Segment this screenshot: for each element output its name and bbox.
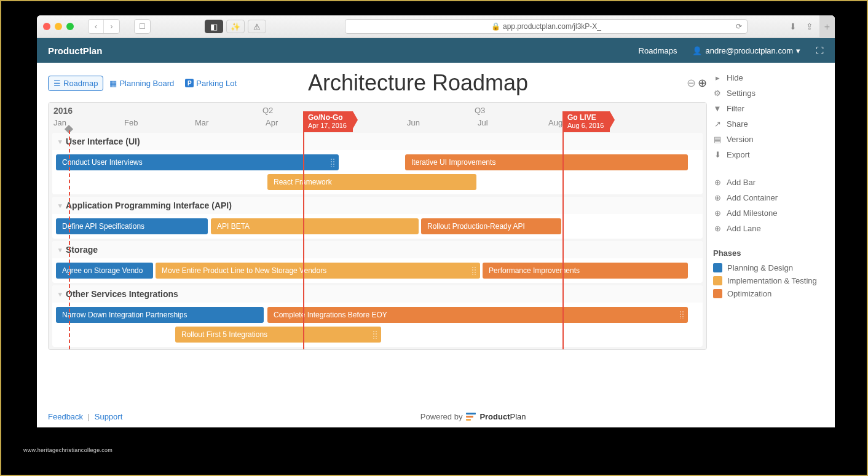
sidebar-toggle-button[interactable]: ☐ [135, 20, 150, 33]
zoom-in-button[interactable]: ⊕ [698, 76, 707, 90]
roadmap-bar[interactable]: Define API Specifications [56, 218, 208, 234]
filter-link[interactable]: ▼Filter [713, 101, 824, 116]
content-area: ☰ Roadmap ▦ Planning Board P Parking Lot… [37, 63, 835, 357]
month-label: Jan [53, 118, 66, 127]
filter-icon: ▼ [713, 104, 722, 113]
export-label: Export [727, 150, 750, 159]
refresh-icon[interactable]: ⟳ [736, 22, 742, 31]
support-link[interactable]: Support [95, 412, 123, 421]
share-link[interactable]: ↗Share [713, 116, 824, 132]
phase-swatch [713, 276, 722, 285]
lane-header[interactable]: ▾Application Programming Interface (API) [52, 197, 703, 214]
phase-label: Implementation & Testing [727, 276, 817, 285]
chevron-down-icon: ▾ [58, 202, 62, 210]
bar-label: Rollout First 5 Integrations [181, 330, 267, 339]
add-lane-button[interactable]: ⊕Add Lane [713, 221, 824, 236]
download-icon[interactable]: ⬇ [789, 22, 797, 32]
chevron-down-icon: ▾ [58, 290, 62, 298]
extension-button-wand[interactable]: ✨ [226, 20, 245, 33]
lane-title: Application Programming Interface (API) [66, 200, 232, 210]
lane: ▾StorageAgree on Storage VendoMove Entir… [52, 241, 703, 283]
window-close-button[interactable] [43, 23, 50, 30]
lane-header[interactable]: ▾Other Services Integrations [52, 285, 703, 303]
roadmap-bar[interactable]: Iterative UI Improvements [405, 154, 688, 170]
add-bar-button[interactable]: ⊕Add Bar [713, 175, 824, 190]
user-menu[interactable]: 👤 andre@productplan.com ▾ [692, 46, 800, 55]
roadmap-bar[interactable]: Narrow Down Integration Partnerships [56, 307, 264, 323]
address-bar[interactable]: 🔒 app.productplan.com/jl3kP-X_ ⟳ [345, 19, 748, 34]
add-bar-label: Add Bar [727, 178, 756, 187]
drag-handle-icon[interactable] [471, 266, 476, 275]
bar-label: Iterative UI Improvements [411, 158, 495, 167]
today-line [69, 130, 70, 349]
lane-row: Rollout First 5 Integrations [52, 325, 703, 344]
hide-toggle[interactable]: ▸ Hide [713, 70, 824, 85]
month-label: Mar [195, 118, 208, 127]
app-logo[interactable]: ProductPlan [48, 46, 102, 56]
plus-icon: ⊕ [713, 224, 722, 233]
milestone-line [303, 129, 304, 349]
roadmap-bar[interactable]: React Framework [267, 174, 476, 190]
chevron-down-icon: ▾ [58, 138, 62, 146]
share-label: Share [727, 119, 748, 129]
extension-button-1[interactable]: ◧ [205, 20, 223, 33]
phase-label: Optimization [727, 289, 771, 298]
phase-item[interactable]: Implementation & Testing [713, 274, 824, 287]
milestone[interactable]: Go/No-GoApr 17, 2016 [303, 111, 353, 132]
lane-header[interactable]: ▾Storage [52, 241, 703, 258]
chevron-down-icon: ▾ [58, 246, 62, 254]
zoom-out-button[interactable]: ⊖ [687, 76, 696, 90]
lane-header[interactable]: ▾User Interface (UI) [52, 133, 703, 150]
share-icon[interactable]: ⇪ [806, 22, 813, 32]
lane-body: Conduct User InterviewsIterative UI Impr… [52, 150, 703, 194]
window-maximize-button[interactable] [66, 23, 74, 30]
roadmaps-link[interactable]: Roadmaps [639, 46, 677, 55]
settings-label: Settings [727, 89, 756, 98]
roadmap-bar[interactable]: Conduct User Interviews [56, 154, 339, 170]
roadmap-bar[interactable]: Rollout Production-Ready API [421, 218, 561, 234]
milestone-date: Aug 6, 2016 [567, 122, 604, 130]
lane: ▾Application Programming Interface (API)… [52, 197, 703, 239]
settings-link[interactable]: ⚙Settings [713, 85, 824, 101]
phase-label: Planning & Design [727, 263, 793, 272]
browser-toolbar: ‹ › ☐ ◧ ✨ ⚠ 🔒 app.productplan.com/jl3kP-… [37, 15, 835, 38]
back-button[interactable]: ‹ [89, 20, 104, 33]
export-link[interactable]: ⬇Export [713, 147, 824, 162]
extension-button-warning[interactable]: ⚠ [248, 20, 266, 33]
add-container-button[interactable]: ⊕Add Container [713, 190, 824, 205]
roadmap-bar[interactable]: API BETA [211, 218, 419, 234]
drag-handle-icon[interactable] [373, 330, 377, 339]
roadmap-bar[interactable]: Complete Integrations Before EOY [267, 307, 688, 323]
lane-body: Agree on Storage VendoMove Entire Produc… [52, 258, 703, 283]
drag-handle-icon[interactable] [679, 311, 684, 319]
lane-body: Define API SpecificationsAPI BETARollout… [52, 214, 703, 239]
milestone-line [562, 129, 564, 349]
window-minimize-button[interactable] [55, 23, 62, 30]
productplan-logo-text: ProductPlan [479, 412, 526, 421]
phase-item[interactable]: Optimization [713, 287, 824, 300]
phases-legend: Phases Planning & DesignImplementation &… [713, 248, 824, 300]
forward-button[interactable]: › [104, 20, 119, 33]
milestone[interactable]: Go LIVEAug 6, 2016 [562, 111, 610, 132]
lane-row: React Framework [52, 172, 703, 192]
roadmap-icon: ☰ [53, 79, 61, 88]
lane-row: Conduct User InterviewsIterative UI Impr… [52, 153, 703, 172]
powered-by: Powered by ProductPlan [122, 412, 824, 421]
roadmap-bar[interactable]: Performance Improvements [483, 263, 688, 279]
roadmap-bar[interactable]: Move Entire Product Line to New Storage … [156, 263, 480, 279]
phase-item[interactable]: Planning & Design [713, 261, 824, 274]
new-tab-button[interactable]: + [819, 15, 835, 38]
drag-handle-icon[interactable] [330, 158, 335, 167]
url-text: app.productplan.com/jl3kP-X_ [503, 22, 601, 31]
roadmap-bar[interactable]: Rollout First 5 Integrations [175, 327, 381, 343]
roadmap-bar[interactable]: Agree on Storage Vendo [56, 263, 153, 279]
fullscreen-icon[interactable]: ⛶ [816, 46, 824, 55]
lock-icon: 🔒 [491, 22, 500, 31]
lane-row: Agree on Storage VendoMove Entire Produc… [52, 261, 703, 280]
feedback-link[interactable]: Feedback [48, 412, 83, 421]
bar-label: Performance Improvements [489, 266, 580, 275]
add-container-label: Add Container [727, 193, 778, 202]
tab-roadmap[interactable]: ☰ Roadmap [48, 76, 103, 91]
version-link[interactable]: ▤Version [713, 132, 824, 147]
add-milestone-button[interactable]: ⊕Add Milestone [713, 205, 824, 221]
